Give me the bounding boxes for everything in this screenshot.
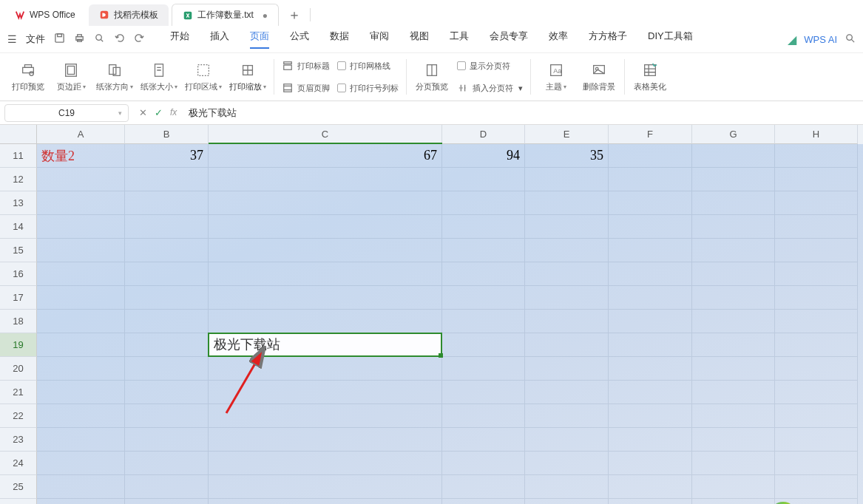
cell-G15[interactable] (692, 239, 775, 262)
cell-H15[interactable] (775, 239, 858, 262)
search-icon[interactable] (845, 33, 856, 47)
wps-ai-button[interactable]: WPS AI (804, 34, 837, 45)
cell-G11[interactable] (692, 144, 775, 168)
cell-C11[interactable]: 67 (209, 144, 442, 168)
cell-D23[interactable] (442, 428, 525, 452)
cell-D20[interactable] (442, 357, 525, 381)
cell-G20[interactable] (692, 357, 775, 381)
fx-icon[interactable]: fx (170, 107, 177, 118)
cell-A18[interactable] (37, 310, 125, 333)
cell-D16[interactable] (442, 262, 525, 286)
table-beauty-button[interactable]: 表格美化 (632, 62, 668, 92)
preview-icon[interactable] (94, 33, 105, 46)
cell-H19[interactable] (775, 333, 858, 357)
cell-C22[interactable] (209, 404, 442, 428)
cell-G24[interactable] (692, 452, 775, 475)
col-header-A[interactable]: A (37, 125, 125, 144)
cell-F18[interactable] (609, 310, 692, 333)
cell-H24[interactable] (775, 452, 858, 475)
formula-input[interactable]: 极光下载站 (183, 106, 863, 120)
col-header-B[interactable]: B (125, 125, 209, 144)
cell-D13[interactable] (442, 191, 525, 215)
cell-D22[interactable] (442, 404, 525, 428)
cancel-edit-icon[interactable]: ✕ (139, 107, 147, 118)
row-header-25[interactable]: 25 (0, 475, 37, 499)
file-menu[interactable]: 文件 (26, 33, 45, 46)
margins-button[interactable]: 页边距▾ (53, 62, 89, 92)
cell-B19[interactable] (125, 333, 209, 357)
col-header-F[interactable]: F (609, 125, 692, 144)
row-header-26[interactable]: 26 (0, 499, 37, 504)
cell-G18[interactable] (692, 310, 775, 333)
cell-A17[interactable] (37, 286, 125, 310)
cell-F21[interactable] (609, 381, 692, 404)
cell-D19[interactable] (442, 333, 525, 357)
show-pagebreak-check[interactable]: 显示分页符 (457, 58, 523, 74)
cell-E22[interactable] (525, 404, 609, 428)
cell-H17[interactable] (775, 286, 858, 310)
cell-B23[interactable] (125, 428, 209, 452)
col-header-G[interactable]: G (692, 125, 775, 144)
cell-H21[interactable] (775, 381, 858, 404)
row-header-21[interactable]: 21 (0, 381, 37, 404)
cell-B25[interactable] (125, 475, 209, 499)
cell-B26[interactable] (125, 499, 209, 504)
col-header-D[interactable]: D (442, 125, 525, 144)
cell-D18[interactable] (442, 310, 525, 333)
cell-D14[interactable] (442, 215, 525, 239)
row-header-22[interactable]: 22 (0, 404, 37, 428)
cell-H13[interactable] (775, 191, 858, 215)
cell-D15[interactable] (442, 239, 525, 262)
cell-B17[interactable] (125, 286, 209, 310)
confirm-edit-icon[interactable]: ✓ (155, 107, 163, 118)
cell-A21[interactable] (37, 381, 125, 404)
cell-C13[interactable] (209, 191, 442, 215)
cell-H11[interactable] (775, 144, 858, 168)
cell-A25[interactable] (37, 475, 125, 499)
cell-E23[interactable] (525, 428, 609, 452)
cell-C15[interactable] (209, 239, 442, 262)
cell-A14[interactable] (37, 215, 125, 239)
print-scale-button[interactable]: 打印缩放▾ (229, 62, 266, 92)
tab-wps-office[interactable]: WPS Office (4, 5, 86, 24)
menu-tab-8[interactable]: 会员专享 (490, 30, 528, 49)
menu-tab-11[interactable]: DIY工具箱 (648, 30, 693, 49)
menu-tab-3[interactable]: 公式 (290, 30, 309, 49)
row-header-20[interactable]: 20 (0, 357, 37, 381)
cell-G13[interactable] (692, 191, 775, 215)
cell-A24[interactable] (37, 452, 125, 475)
cell-D11[interactable]: 94 (442, 144, 525, 168)
row-header-23[interactable]: 23 (0, 428, 37, 452)
row-header-14[interactable]: 14 (0, 215, 37, 239)
menu-hamburger-icon[interactable]: ☰ (7, 33, 17, 45)
menu-tab-0[interactable]: 开始 (170, 30, 189, 49)
menu-tab-4[interactable]: 数据 (330, 30, 349, 49)
cell-F11[interactable] (609, 144, 692, 168)
row-header-18[interactable]: 18 (0, 310, 37, 333)
cell-F25[interactable] (609, 475, 692, 499)
row-header-16[interactable]: 16 (0, 262, 37, 286)
cell-H18[interactable] (775, 310, 858, 333)
cell-C14[interactable] (209, 215, 442, 239)
cell-E19[interactable] (525, 333, 609, 357)
cell-D25[interactable] (442, 475, 525, 499)
cell-D21[interactable] (442, 381, 525, 404)
fill-handle[interactable] (439, 353, 443, 358)
cell-C18[interactable] (209, 310, 442, 333)
menu-tab-7[interactable]: 工具 (450, 30, 469, 49)
row-header-24[interactable]: 24 (0, 452, 37, 475)
menu-tab-1[interactable]: 插入 (210, 30, 229, 49)
cell-C20[interactable] (209, 357, 442, 381)
header-footer-button[interactable]: 页眉页脚 (282, 80, 330, 96)
cell-D17[interactable] (442, 286, 525, 310)
print-area-button[interactable]: 打印区域▾ (185, 62, 222, 92)
cell-A22[interactable] (37, 404, 125, 428)
row-header-19[interactable]: 19 (0, 333, 37, 357)
cell-C12[interactable] (209, 168, 442, 191)
cell-B14[interactable] (125, 215, 209, 239)
add-tab-button[interactable]: ＋ (282, 3, 307, 27)
cell-G19[interactable] (692, 333, 775, 357)
page-preview-button[interactable]: 分页预览 (414, 62, 450, 92)
cell-F17[interactable] (609, 286, 692, 310)
cell-A19[interactable] (37, 333, 125, 357)
